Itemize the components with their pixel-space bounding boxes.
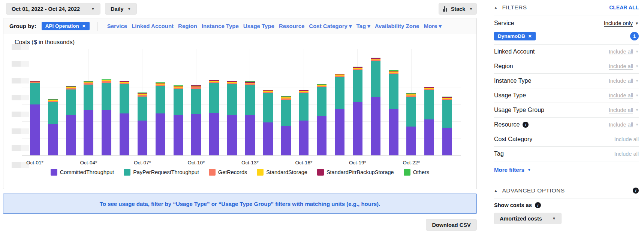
bar-segment-payperrequestthroughput bbox=[281, 100, 291, 126]
bar-oct-10[interactable] bbox=[191, 85, 201, 155]
legend-item-standardstorage[interactable]: StandardStorage bbox=[257, 169, 307, 176]
bar-oct-23[interactable] bbox=[424, 87, 434, 155]
group-by-link-instance-type[interactable]: Instance Type bbox=[202, 23, 239, 29]
legend-swatch bbox=[209, 169, 216, 176]
filter-value-dropdown[interactable]: Include all▼ bbox=[609, 122, 639, 128]
date-range-button[interactable]: Oct 01, 2022 - Oct 24, 2022 ▼ bbox=[6, 3, 100, 15]
bar-oct-20[interactable] bbox=[371, 58, 380, 155]
service-filter-label: Service bbox=[494, 20, 514, 27]
bar-oct-14[interactable] bbox=[263, 90, 273, 155]
bar-oct-11[interactable] bbox=[209, 80, 219, 155]
bar-segment-committedthroughput bbox=[424, 119, 434, 155]
bar-oct-09[interactable] bbox=[174, 85, 183, 155]
filters-sidebar: ▲ FILTERS CLEAR ALL Service Include only… bbox=[494, 0, 639, 224]
filter-value-dropdown[interactable]: Include all▼ bbox=[609, 49, 639, 55]
group-by-link-cost-category[interactable]: Cost Category ▾ bbox=[309, 23, 352, 30]
show-costs-as-dropdown[interactable]: Amortized costs ▼ bbox=[494, 213, 562, 224]
filter-value-dropdown[interactable]: Include all▼ bbox=[609, 92, 639, 99]
x-axis-tick-label: Oct-19* bbox=[343, 160, 373, 165]
bar-segment-committedthroughput bbox=[389, 109, 398, 155]
banner-text: To see usage data, filter by “Usage Type… bbox=[100, 201, 380, 207]
bar-segment-payperrequestthroughput bbox=[263, 93, 273, 122]
group-by-link-availability-zone[interactable]: Availability Zone bbox=[375, 23, 419, 29]
bar-segment-payperrequestthroughput bbox=[227, 84, 237, 115]
group-by-link-resource[interactable]: Resource bbox=[279, 23, 304, 29]
info-icon[interactable]: i bbox=[633, 188, 639, 194]
service-chip-dynamodb[interactable]: DynamoDB ✕ bbox=[494, 32, 536, 40]
group-by-link-tag[interactable]: Tag ▾ bbox=[356, 23, 370, 30]
bar-oct-18[interactable] bbox=[335, 74, 344, 155]
bar-oct-08[interactable] bbox=[156, 82, 165, 155]
bar-oct-03[interactable] bbox=[66, 86, 76, 155]
bar-segment-committedthroughput bbox=[406, 127, 416, 155]
filter-value-dropdown[interactable]: Include all bbox=[614, 151, 639, 157]
stacked-bar-chart-icon bbox=[443, 6, 447, 12]
legend-item-standardpitrbackupstorage[interactable]: StandardPitrBackupStorage bbox=[317, 169, 394, 176]
selected-cost-type: Amortized costs bbox=[500, 216, 542, 222]
filter-value-dropdown[interactable]: Include all▼ bbox=[609, 78, 639, 84]
legend-item-committedthroughput[interactable]: CommittedThroughput bbox=[51, 169, 114, 176]
bar-oct-17[interactable] bbox=[317, 84, 326, 155]
download-csv-button[interactable]: Download CSV bbox=[426, 219, 477, 231]
bar-oct-21[interactable] bbox=[389, 70, 398, 155]
legend-label: GetRecords bbox=[218, 169, 247, 175]
info-icon[interactable]: i bbox=[523, 122, 529, 128]
bar-oct-16[interactable] bbox=[299, 90, 309, 155]
group-by-link-usage-type[interactable]: Usage Type bbox=[243, 23, 274, 29]
bar-oct-15[interactable] bbox=[281, 96, 291, 155]
bar-oct-22[interactable] bbox=[406, 93, 416, 155]
divider bbox=[97, 22, 97, 31]
filters-collapse-toggle[interactable]: ▲ FILTERS bbox=[494, 4, 527, 11]
bar-oct-02[interactable] bbox=[48, 99, 58, 155]
filter-label: Cost Category bbox=[494, 136, 532, 143]
close-icon[interactable]: ✕ bbox=[528, 34, 532, 39]
granularity-button[interactable]: Daily ▼ bbox=[105, 3, 137, 15]
bar-oct-19[interactable] bbox=[353, 67, 362, 155]
bar-segment-committedthroughput bbox=[299, 121, 309, 155]
group-by-chip-api-operation[interactable]: API Operation ✕ bbox=[42, 22, 90, 30]
bar-segment-payperrequestthroughput bbox=[442, 100, 452, 128]
bar-segment-committedthroughput bbox=[102, 110, 111, 155]
bar-oct-12[interactable] bbox=[227, 81, 237, 155]
bar-oct-06[interactable] bbox=[120, 81, 129, 155]
legend-label: Others bbox=[413, 169, 430, 175]
group-by-link-linked-account[interactable]: Linked Account bbox=[132, 23, 174, 29]
bar-oct-04[interactable] bbox=[84, 81, 93, 155]
legend-item-getrecords[interactable]: GetRecords bbox=[209, 169, 247, 176]
more-filters-link[interactable]: More filters ▼ bbox=[494, 161, 639, 178]
filter-value-dropdown[interactable]: Include all bbox=[614, 136, 639, 142]
legend-item-payperrequestthroughput[interactable]: PayPerRequestThroughput bbox=[124, 169, 199, 176]
filter-row-usage-type: Usage TypeInclude all▼ bbox=[494, 88, 639, 103]
filter-value-dropdown[interactable]: Include all▼ bbox=[609, 63, 639, 70]
bar-segment-committedthroughput bbox=[138, 121, 147, 155]
bar-oct-07[interactable] bbox=[138, 92, 147, 155]
gridline bbox=[22, 54, 461, 54]
bar-segment-payperrequestthroughput bbox=[245, 85, 255, 115]
bar-oct-13[interactable] bbox=[245, 81, 255, 155]
bar-segment-payperrequestthroughput bbox=[120, 84, 129, 113]
legend-label: CommittedThroughput bbox=[60, 169, 114, 175]
legend-item-others[interactable]: Others bbox=[404, 169, 430, 176]
group-by-link-region[interactable]: Region bbox=[178, 23, 197, 29]
advanced-options-collapse-toggle[interactable]: ▲ ADVANCED OPTIONS bbox=[494, 187, 565, 194]
bar-segment-committedthroughput bbox=[48, 124, 58, 155]
bar-oct-05[interactable] bbox=[102, 79, 111, 155]
date-range-label: Oct 01, 2022 - Oct 24, 2022 bbox=[12, 6, 80, 12]
bar-oct-01[interactable] bbox=[30, 81, 40, 155]
clear-all-link[interactable]: CLEAR ALL bbox=[609, 4, 639, 10]
chart-style-button[interactable]: Stack ▼ bbox=[439, 3, 477, 15]
bar-oct-24[interactable] bbox=[442, 97, 452, 155]
filter-value-dropdown[interactable]: Include all▼ bbox=[609, 107, 639, 113]
filter-label: Instance Type bbox=[494, 78, 531, 84]
info-icon[interactable]: i bbox=[535, 202, 541, 208]
group-by-link-more[interactable]: More ▾ bbox=[424, 23, 442, 30]
group-by-label: Group by: bbox=[9, 23, 36, 29]
filter-label: Tag bbox=[494, 151, 504, 157]
usage-data-info-banner: To see usage data, filter by “Usage Type… bbox=[3, 194, 477, 214]
filter-row-instance-type: Instance TypeInclude all▼ bbox=[494, 74, 639, 88]
bar-segment-committedthroughput bbox=[227, 115, 237, 155]
bar-segment-committedthroughput bbox=[317, 116, 326, 155]
close-icon[interactable]: ✕ bbox=[82, 24, 86, 29]
service-include-mode-dropdown[interactable]: Include only ▼ bbox=[604, 20, 639, 27]
group-by-link-service[interactable]: Service bbox=[107, 23, 127, 29]
